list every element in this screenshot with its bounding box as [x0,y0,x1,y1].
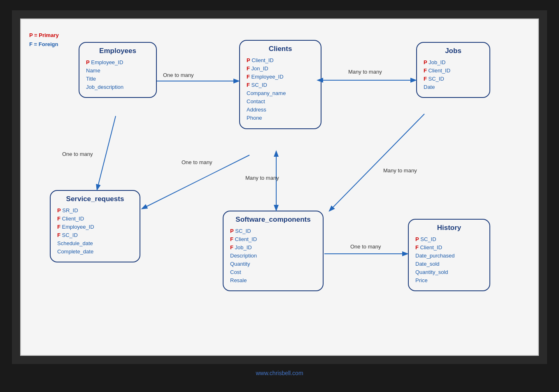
label-clients-jobs: Many to many [348,69,382,75]
label-clients-sr: One to many [182,159,212,165]
label-emp-clients: One to many [163,72,193,78]
diagram-area: P = Primary F = Foreign Employees P Empl… [20,19,539,356]
label-emp-sr: One to many [62,151,93,157]
table-software-components: Software_components P SC_ID F Client_ID … [223,211,324,292]
service-requests-fields: P SR_ID F Client_ID F Employee_ID F SC_I… [57,206,133,256]
jobs-fields: P Job_ID F Client_ID F SC_ID Date [424,58,483,92]
history-title: History [415,224,483,232]
arrow-emp-sr [97,116,116,189]
label-sc-history: One to many [350,244,381,250]
label-clients-sc: Many to many [245,175,279,181]
clients-fields: P Client_ID F Jon_ID F Employee_ID F SC_… [247,56,314,123]
table-clients: Clients P Client_ID F Jon_ID F Employee_… [239,40,321,129]
label-jobs-sc: Many to many [383,167,417,174]
arrow-jobs-sc [330,114,424,211]
clients-title: Clients [247,45,314,53]
table-jobs: Jobs P Job_ID F Client_ID F SC_ID Date [416,42,490,98]
employees-fields: P Employee_ID Name Title Job_description [86,58,149,92]
footer-url: www.chrisbell.com [256,370,303,376]
legend-f: F = Foreign [29,41,58,47]
footer: www.chrisbell.com [0,364,559,382]
service-requests-title: Service_requests [57,195,133,203]
employees-title: Employees [86,47,149,55]
legend: P = Primary F = Foreign [29,31,59,49]
table-employees: Employees P Employee_ID Name Title Job_d… [79,42,157,98]
jobs-title: Jobs [424,47,483,55]
history-fields: P SC_ID F Client_ID Date_purchased Date_… [415,235,483,285]
software-components-title: Software_components [230,216,316,224]
legend-p: P = Primary [29,32,59,38]
table-history: History P SC_ID F Client_ID Date_purchas… [408,219,490,292]
table-service-requests: Service_requests P SR_ID F Client_ID F E… [50,190,140,263]
software-components-fields: P SC_ID F Client_ID F Job_ID Description… [230,227,316,285]
outer-container: P = Primary F = Foreign Employees P Empl… [12,10,547,364]
